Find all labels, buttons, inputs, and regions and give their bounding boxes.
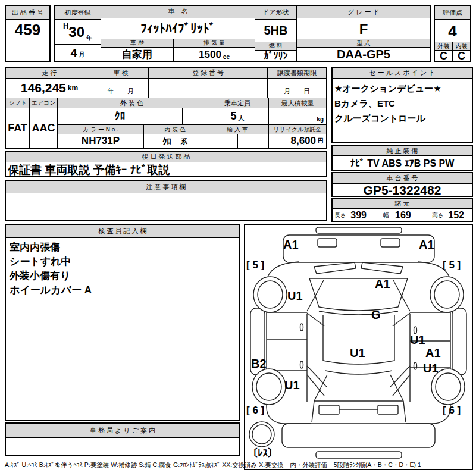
- registration-header: 登 録 番 号: [149, 68, 268, 79]
- mileage-value: 146,245 km: [6, 79, 93, 98]
- month-value: 4: [70, 46, 77, 60]
- history-header: 車 歴: [101, 39, 173, 48]
- lot-number-empty-cell: [6, 40, 49, 62]
- inspection-value: 年 月: [93, 79, 149, 98]
- dimensions-header: 諸 元: [333, 199, 472, 209]
- exterior-color-empty: [183, 108, 206, 125]
- damage-label: 〔ﾚｽ〕: [248, 447, 278, 459]
- damage-label: U1: [287, 289, 303, 303]
- chassis-number-value: GP5-1322482: [333, 184, 472, 196]
- score-value: 4: [435, 20, 470, 42]
- dimensions-box: 諸 元 長さ 399 幅 169 高さ 152: [331, 198, 473, 222]
- capacity-header: 乗車定員: [206, 98, 269, 108]
- damage-label: U1: [410, 333, 425, 347]
- capacity-unit: 人: [239, 114, 245, 123]
- office-notice-box: 事 務 局 よ り ご 案 内: [5, 422, 240, 456]
- sales-points-box: セ ー ル ス ポ イ ン ト ★オークションデビュー★ Bカメラ、ETC クル…: [331, 67, 473, 143]
- exterior-color-value: ｸﾛ: [58, 108, 183, 125]
- door-header: ドア形状: [255, 6, 296, 20]
- inspector-notes-box: 検 査 員 記 入 欄 室内内張傷 シートすれ中 外装小傷有り ホイールカバー …: [5, 224, 240, 421]
- imported-value-1: [206, 134, 238, 148]
- history-value: 自家用: [101, 48, 173, 61]
- door-column: ドア形状 5HB 燃 料 ｶﾞｿﾘﾝ: [255, 6, 297, 61]
- recycle-value: 8,600 円: [269, 134, 326, 148]
- damage-label: A1: [425, 346, 441, 360]
- lot-number-value: 459: [6, 20, 49, 40]
- first-registration-header: 初度登録: [55, 6, 101, 20]
- displacement-unit: cc: [223, 54, 230, 60]
- transfer-deadline-header: 譲渡書類期限: [268, 68, 326, 79]
- max-load-unit: kg: [317, 116, 324, 123]
- grade-column: グ レ ー ド F 型 式 DAA-GP5: [297, 6, 430, 61]
- chassis-number-box: 車 台 番 号 GP5-1322482: [331, 172, 473, 197]
- sales-point-line: ★オークションデビュー★: [334, 81, 470, 96]
- aircon-value: AAC: [30, 108, 58, 148]
- dimension-width: 幅 169: [381, 209, 430, 221]
- first-registration-month: 4 月: [55, 45, 101, 61]
- inspection-header: 車 検: [93, 68, 149, 79]
- cautions-value: [6, 193, 326, 221]
- mileage-unit: km: [68, 84, 78, 92]
- displacement-header: 排 気 量: [174, 39, 255, 48]
- damage-label: A1: [375, 277, 390, 291]
- first-registration-column: 初度登録 H 30 年 4 月: [55, 6, 101, 61]
- recycle-header: リサイクル預託金: [269, 125, 326, 134]
- legend-line: A:ｷｽﾞ U:ﾍｺﾐ B:ｷｽﾞを伴うﾍｺﾐ P:要塗装 W:補修跡 S:錆 …: [5, 461, 475, 469]
- lot-number-box: 出 品 番 号 459: [5, 5, 51, 62]
- damage-label: U1: [284, 378, 300, 392]
- top-table: 初度登録 H 30 年 4 月 車 名 ﾌｨｯﾄﾊｲﾌﾞﾘｯﾄﾞ 車 歴 自家用…: [54, 5, 431, 62]
- aircon-header: エアコン: [30, 98, 58, 108]
- registration-value: [149, 79, 268, 98]
- sales-point-line: クルーズコントロール: [334, 111, 470, 126]
- fuel-header: 燃 料: [255, 42, 296, 51]
- cautions-box: 注 意 事 項 欄: [5, 180, 327, 221]
- lot-number-header: 出 品 番 号: [6, 6, 49, 20]
- damage-label: A1: [283, 238, 299, 252]
- transfer-deadline-value: 月 日: [268, 79, 326, 98]
- car-name-column: 車 名 ﾌｨｯﾄﾊｲﾌﾞﾘｯﾄﾞ 車 歴 自家用 排 気 量 1500 cc: [101, 6, 255, 61]
- mileage-header: 走 行: [6, 68, 93, 79]
- grade-header: グ レ ー ド: [297, 6, 430, 18]
- interior-grade-value: C: [453, 51, 470, 62]
- shift-header: シフト: [6, 98, 30, 108]
- car-name-value: ﾌｨｯﾄﾊｲﾌﾞﾘｯﾄﾞ: [101, 18, 255, 39]
- damage-label: G: [371, 308, 381, 322]
- dimension-length: 長さ 399: [333, 209, 381, 221]
- first-registration-year: H 30 年: [55, 20, 101, 45]
- dimension-height: 高さ 152: [430, 209, 472, 221]
- exterior-grade-value: C: [435, 51, 453, 62]
- inspector-notes-header: 検 査 員 記 入 欄: [6, 225, 239, 238]
- displacement-value: 1500 cc: [174, 48, 255, 61]
- interior-color-value: ｸﾛ 系: [144, 134, 206, 148]
- interior-color-unit: 系: [181, 137, 187, 146]
- car-name-header: 車 名: [101, 6, 255, 18]
- score-box: 評価点 4 外装 内装 C C: [434, 5, 471, 62]
- color-no-value: NH731P: [58, 134, 144, 148]
- model-code-header: 型 式: [297, 39, 430, 48]
- year-value: 30: [68, 24, 84, 40]
- shipped-later-box: 後 日 発 送 部 品 保証書 車両取説 予備ｷｰ ﾅﾋﾞ取説: [5, 151, 327, 177]
- damage-label: A1: [419, 238, 434, 252]
- inspector-note-line: シートすれ中: [10, 255, 236, 269]
- main-table: 走 行 車 検 登 録 番 号 譲渡書類期限 146,245 km 年 月 月 …: [5, 67, 327, 149]
- max-load-value: kg: [269, 108, 326, 125]
- exterior-color-header: 外 装 色: [58, 98, 206, 108]
- equipment-header: 純 正 装 備: [333, 146, 472, 156]
- interior-color-header: 内 装 色: [144, 125, 206, 134]
- interior-grade-header: 内装: [453, 42, 470, 51]
- damage-diagram: A1A1[ 5 ][ 5 ]U1A1GU1U1A1U1B2U1[ 6 ][ 6 …: [244, 224, 473, 470]
- era-letter: H: [63, 21, 68, 30]
- color-no-header: カ ラ ー N o .: [58, 125, 144, 134]
- capacity-value: 5 人: [206, 108, 269, 125]
- damage-label: [ 5 ]: [443, 259, 461, 271]
- sales-points-header: セ ー ル ス ポ イ ン ト: [333, 68, 472, 79]
- inspector-note-line: 室内内張傷: [10, 240, 236, 255]
- equipment-box: 純 正 装 備 ﾅﾋﾞ TV ABS ｴｱB PS PW: [331, 145, 473, 171]
- year-unit: 年: [86, 34, 92, 42]
- office-notice-value: [6, 438, 239, 455]
- damage-label: U1: [350, 346, 365, 360]
- equipment-value: ﾅﾋﾞ TV ABS ｴｱB PS PW: [333, 156, 472, 171]
- damage-label: [ 6 ]: [443, 405, 461, 416]
- office-notice-header: 事 務 局 よ り ご 案 内: [6, 424, 239, 438]
- damage-label: [ 5 ]: [246, 259, 264, 271]
